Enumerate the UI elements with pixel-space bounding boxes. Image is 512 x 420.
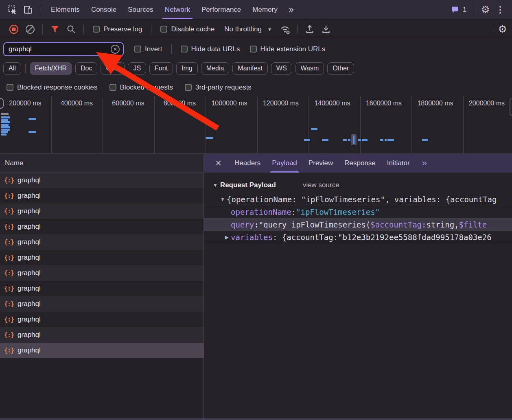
payload-segment: "ipFlowTimeseries" bbox=[296, 208, 380, 217]
detail-tab-headers[interactable]: Headers bbox=[229, 154, 266, 173]
filter-chip-all[interactable]: All bbox=[3, 62, 21, 75]
divider bbox=[42, 24, 43, 34]
filter-chip-font[interactable]: Font bbox=[149, 62, 173, 75]
network-settings-gear-icon[interactable]: ⚙ bbox=[498, 24, 507, 34]
table-row[interactable]: {:}graphql bbox=[0, 296, 203, 312]
filter-chip-ws[interactable]: WS bbox=[271, 62, 292, 75]
timeline-bar[interactable] bbox=[362, 139, 368, 141]
filter-chip-img[interactable]: Img bbox=[176, 62, 198, 75]
timeline-bar[interactable] bbox=[1, 116, 10, 118]
disable-cache-checkbox[interactable] bbox=[160, 26, 167, 33]
settings-gear-icon[interactable]: ⚙ bbox=[481, 4, 490, 15]
detail-tab-initiator[interactable]: Initiator bbox=[381, 154, 416, 173]
payload-row[interactable]: operationName: "ipFlowTimeseries" bbox=[204, 206, 512, 218]
table-row[interactable]: {:}graphql bbox=[0, 234, 203, 250]
timeline-bar[interactable] bbox=[322, 139, 328, 141]
kebab-menu-icon[interactable]: ⋮ bbox=[492, 5, 508, 14]
table-row[interactable]: {:}graphql bbox=[0, 173, 203, 188]
filter-chip-css[interactable]: CSS bbox=[101, 62, 125, 75]
preserve-log-checkbox[interactable] bbox=[93, 26, 100, 33]
export-har-icon[interactable] bbox=[319, 22, 333, 37]
detail-tab-response[interactable]: Response bbox=[339, 154, 381, 173]
inspect-element-icon[interactable] bbox=[6, 3, 20, 17]
timeline-bar[interactable] bbox=[206, 137, 213, 139]
table-row[interactable]: {:}graphql bbox=[0, 188, 203, 203]
payload-preview-row[interactable]: ▼ {operationName: "ipFlowTimeseries", va… bbox=[204, 193, 512, 206]
table-row[interactable]: {:}graphql bbox=[0, 327, 203, 343]
table-row[interactable]: {:}graphql bbox=[0, 250, 203, 265]
clear-filter-icon[interactable]: ✕ bbox=[111, 45, 120, 54]
blocked-requests-checkbox[interactable] bbox=[109, 84, 116, 91]
table-row[interactable]: {:}graphql bbox=[0, 343, 203, 358]
detail-tab-payload[interactable]: Payload bbox=[266, 154, 302, 173]
invert-checkbox[interactable] bbox=[134, 46, 141, 52]
more-panels-icon[interactable]: » bbox=[285, 4, 297, 15]
throttling-select[interactable]: No throttling ▼ bbox=[224, 25, 272, 33]
search-icon[interactable] bbox=[64, 22, 79, 37]
view-source-link[interactable]: view source bbox=[303, 181, 339, 189]
more-detail-tabs-icon[interactable]: » bbox=[419, 158, 429, 168]
timeline-bar[interactable] bbox=[28, 131, 36, 133]
filter-chip-fetch-xhr[interactable]: Fetch/XHR bbox=[30, 62, 72, 75]
table-row[interactable]: {:}graphql bbox=[0, 312, 203, 327]
timeline-bar[interactable] bbox=[1, 113, 9, 115]
timeline-bar[interactable] bbox=[28, 118, 36, 120]
timeline-left-grip[interactable] bbox=[0, 98, 4, 109]
timeline-bar[interactable] bbox=[358, 139, 361, 141]
detail-tab-preview[interactable]: Preview bbox=[303, 154, 339, 173]
timeline-bar[interactable] bbox=[1, 133, 7, 136]
timeline-scroll-handle[interactable] bbox=[510, 98, 512, 116]
timeline-bar[interactable] bbox=[387, 139, 394, 141]
table-row[interactable]: {:}graphql bbox=[0, 203, 203, 219]
device-toolbar-icon[interactable] bbox=[21, 3, 35, 17]
timeline-bar[interactable] bbox=[348, 139, 350, 141]
resource-type-filter-row: AllFetch/XHRDocCSSJSFontImgMediaManifest… bbox=[0, 59, 512, 78]
filter-funnel-icon[interactable] bbox=[48, 22, 62, 37]
triangle-right-icon[interactable]: ▶ bbox=[223, 234, 231, 240]
payload-segment: : bbox=[254, 220, 258, 229]
table-row[interactable]: {:}graphql bbox=[0, 281, 203, 296]
timeline-bar[interactable] bbox=[1, 126, 10, 128]
tab-console[interactable]: Console bbox=[85, 0, 122, 19]
tab-elements[interactable]: Elements bbox=[45, 0, 85, 19]
payload-row[interactable]: ▶variables: {accountTag: "b12e3b2192ee55… bbox=[204, 231, 512, 243]
tab-network[interactable]: Network bbox=[159, 0, 196, 19]
timeline-selected-marker[interactable] bbox=[351, 134, 357, 145]
timeline-bar[interactable] bbox=[380, 139, 383, 141]
timeline-bar[interactable] bbox=[1, 131, 8, 133]
table-row[interactable]: {:}graphql bbox=[0, 265, 203, 281]
filter-input[interactable] bbox=[9, 45, 111, 53]
tab-performance[interactable]: Performance bbox=[196, 0, 247, 19]
network-conditions-icon[interactable] bbox=[278, 22, 292, 37]
table-row[interactable]: {:}graphql bbox=[0, 219, 203, 234]
timeline-bar[interactable] bbox=[343, 139, 347, 141]
timeline-bar[interactable] bbox=[1, 129, 10, 131]
hide-data-urls-checkbox[interactable] bbox=[181, 46, 188, 52]
timeline-bar[interactable] bbox=[1, 119, 8, 121]
timeline-bar[interactable] bbox=[311, 128, 317, 130]
tab-sources[interactable]: Sources bbox=[122, 0, 159, 19]
name-column-header[interactable]: Name bbox=[0, 154, 203, 173]
filter-chip-wasm[interactable]: Wasm bbox=[295, 62, 324, 75]
issues-button[interactable]: 1 bbox=[448, 5, 469, 15]
clear-network-log-icon[interactable] bbox=[23, 22, 37, 37]
hide-extension-urls-checkbox[interactable] bbox=[250, 46, 257, 52]
timeline-bar[interactable] bbox=[1, 124, 9, 126]
filter-chip-js[interactable]: JS bbox=[128, 62, 146, 75]
timeline-bar[interactable] bbox=[385, 139, 387, 141]
3rd-party-requests-checkbox[interactable] bbox=[185, 84, 192, 91]
timeline-bar[interactable] bbox=[304, 139, 310, 141]
tab-memory[interactable]: Memory bbox=[247, 0, 283, 19]
blocked-response-cookies-checkbox[interactable] bbox=[7, 84, 13, 91]
filter-chip-media[interactable]: Media bbox=[201, 62, 230, 75]
timeline-bar[interactable] bbox=[422, 139, 428, 141]
close-icon[interactable]: ✕ bbox=[211, 159, 225, 168]
import-har-icon[interactable] bbox=[302, 22, 317, 37]
filter-chip-other[interactable]: Other bbox=[327, 62, 354, 75]
filter-chip-manifest[interactable]: Manifest bbox=[232, 62, 267, 75]
filter-chip-doc[interactable]: Doc bbox=[75, 62, 97, 75]
payload-row[interactable]: query: "query ipFlowTimeseries($accountT… bbox=[204, 218, 512, 231]
record-network-log-icon[interactable] bbox=[7, 22, 21, 37]
timeline-bar[interactable] bbox=[1, 121, 10, 123]
request-payload-section[interactable]: ▼ Request Payload view source bbox=[204, 177, 512, 193]
